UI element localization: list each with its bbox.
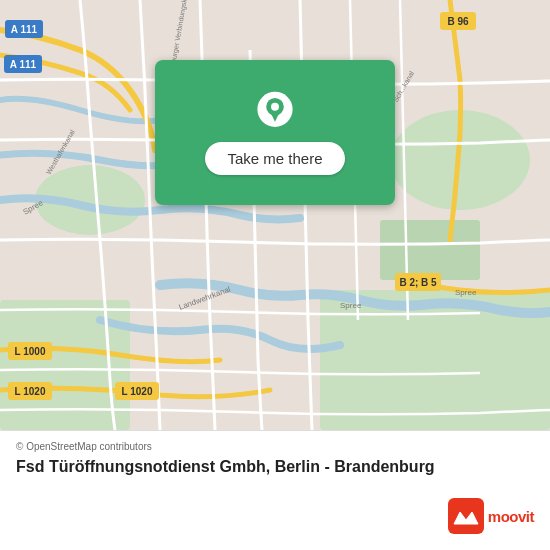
svg-text:Spree: Spree [455, 288, 477, 297]
location-pin-icon [253, 90, 297, 134]
svg-point-30 [271, 103, 279, 111]
take-me-there-button[interactable]: Take me there [205, 142, 344, 175]
svg-rect-32 [448, 498, 484, 534]
svg-text:L 1020: L 1020 [15, 386, 46, 397]
bottom-info-panel: © OpenStreetMap contributors Fsd Türöffn… [0, 430, 550, 550]
moovit-icon [448, 498, 484, 534]
svg-text:B 96: B 96 [447, 16, 469, 27]
svg-text:A 111: A 111 [11, 24, 38, 35]
map-container: A 111 A 111 B 96 L 1000 L 1020 L 1020 B … [0, 0, 550, 550]
svg-text:B 2; B 5: B 2; B 5 [399, 277, 437, 288]
map-attribution: © OpenStreetMap contributors [16, 441, 534, 452]
moovit-brand-label: moovit [488, 508, 534, 525]
svg-text:A 111: A 111 [10, 59, 37, 70]
moovit-logo: moovit [448, 498, 534, 534]
svg-text:L 1020: L 1020 [122, 386, 153, 397]
svg-text:Spree: Spree [340, 301, 362, 310]
navigation-card: Take me there [155, 60, 395, 205]
svg-text:L 1000: L 1000 [15, 346, 46, 357]
svg-rect-5 [380, 220, 480, 280]
